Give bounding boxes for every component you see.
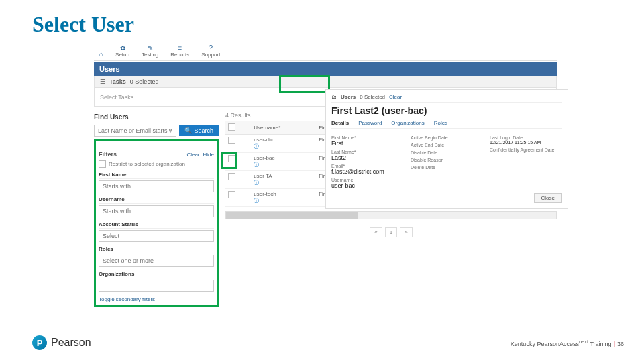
- row-checkbox[interactable]: [228, 191, 235, 198]
- users-bar: Users: [94, 62, 557, 76]
- username-label: Username: [99, 196, 214, 204]
- row-checkbox[interactable]: [228, 155, 235, 162]
- pager-prev[interactable]: «: [370, 227, 382, 237]
- orgs-input[interactable]: [99, 280, 214, 292]
- nav-item[interactable]: ?Support: [201, 44, 220, 58]
- nav-icon: ✎: [142, 44, 158, 52]
- nav-icon: ≡: [170, 44, 189, 52]
- ov-clear-link[interactable]: Clear: [389, 94, 402, 100]
- user-detail-panel: 🗂 Users 0 Selected Clear First Last2 (us…: [326, 90, 568, 208]
- col-header[interactable]: [225, 121, 251, 135]
- tasks-bar: ☰ Tasks 0 Selected: [94, 76, 557, 88]
- field-value: f.last2@district.com: [331, 168, 404, 175]
- tab-organizations[interactable]: Organizations: [391, 120, 424, 126]
- pager: « 1 »: [225, 227, 557, 237]
- tab-roles[interactable]: Roles: [434, 120, 447, 126]
- tasks-label: Tasks: [109, 78, 126, 85]
- pager-page[interactable]: 1: [385, 227, 397, 237]
- close-button[interactable]: Close: [534, 193, 562, 203]
- field-label: First Name*: [331, 135, 404, 140]
- ov-title: First Last2 (user-bac): [331, 105, 562, 116]
- nav-icon: ⌂: [99, 50, 103, 58]
- field-value: user-bac: [331, 182, 404, 189]
- highlight-filters: Filters Clear Hide Restrict to selected …: [94, 139, 219, 307]
- ov-selected-count: 0 Selected: [360, 94, 385, 100]
- info-icon[interactable]: ⓘ: [254, 162, 259, 168]
- info-icon[interactable]: ⓘ: [254, 143, 259, 149]
- select-all-checkbox[interactable]: [228, 123, 235, 131]
- info-icon[interactable]: ⓘ: [254, 180, 259, 186]
- nav-item[interactable]: ⌂: [99, 50, 103, 58]
- slide-footer: P Pearson Kentucky PearsonAccessnext Tra…: [32, 335, 624, 350]
- tasks-selected-count: 0 Selected: [130, 78, 159, 85]
- roles-label: Roles: [99, 246, 214, 253]
- toggle-secondary-link[interactable]: Toggle secondary filters: [99, 296, 155, 302]
- find-users-heading: Find Users: [94, 113, 219, 121]
- horizontal-scrollbar[interactable]: [225, 211, 557, 219]
- top-nav: ⌂✿Setup✎Testing≡Reports?Support: [94, 42, 557, 61]
- nav-icon: ?: [201, 44, 220, 52]
- field-label: Disable Date: [411, 150, 483, 155]
- field-label: Username: [331, 178, 404, 182]
- field-value: 12/21/2017 11:25:15 AM: [490, 140, 562, 145]
- field-value: Last2: [331, 154, 404, 161]
- app-screenshot: ⌂✿Setup✎Testing≡Reports?Support Users ☰ …: [94, 42, 557, 307]
- accountstatus-select[interactable]: [99, 230, 214, 242]
- pager-next[interactable]: »: [400, 227, 412, 237]
- ov-users-label: Users: [341, 94, 356, 100]
- pearson-logo-icon: P: [32, 335, 47, 350]
- accountstatus-label: Account Status: [99, 221, 214, 229]
- row-checkbox[interactable]: [228, 173, 235, 180]
- firstname-label: First Name: [99, 172, 214, 179]
- filters-clear-link[interactable]: Clear: [186, 152, 199, 158]
- ov-tabs: DetailsPasswordOrganizationsRoles: [331, 120, 562, 129]
- tab-details[interactable]: Details: [331, 120, 349, 126]
- field-label: Last Name*: [331, 149, 404, 154]
- restrict-checkbox[interactable]: [99, 160, 106, 168]
- slide-title: Select User: [32, 12, 134, 37]
- search-icon: 🔍: [184, 127, 192, 134]
- restrict-label: Restrict to selected organization: [109, 161, 185, 167]
- roles-select[interactable]: [99, 255, 214, 267]
- field-label: Active End Date: [411, 143, 483, 147]
- pearson-logo-text: Pearson: [51, 337, 91, 349]
- field-label: Email*: [331, 164, 404, 168]
- filters-hide-link[interactable]: Hide: [203, 152, 214, 158]
- nav-item[interactable]: ≡Reports: [170, 44, 189, 58]
- nav-item[interactable]: ✿Setup: [115, 44, 129, 58]
- search-button[interactable]: 🔍Search: [179, 125, 219, 136]
- field-label: Active Begin Date: [411, 135, 483, 140]
- field-label: Disable Reason: [411, 158, 483, 162]
- nav-icon: ✿: [115, 44, 129, 52]
- field-label: Confidentiality Agreement Date: [490, 147, 562, 152]
- ov-users-icon: 🗂: [331, 94, 337, 100]
- filters-heading: Filters: [99, 151, 117, 158]
- info-icon[interactable]: ⓘ: [254, 198, 259, 204]
- col-header[interactable]: Username*: [251, 121, 316, 135]
- pearson-logo: P Pearson: [32, 335, 91, 350]
- field-value: First: [331, 140, 404, 147]
- field-label: Delete Date: [411, 165, 483, 170]
- tasks-icon: ☰: [100, 78, 105, 85]
- nav-item[interactable]: ✎Testing: [142, 44, 158, 58]
- firstname-input[interactable]: [99, 180, 214, 192]
- tab-password[interactable]: Password: [358, 120, 382, 126]
- search-input[interactable]: [94, 125, 176, 137]
- row-checkbox[interactable]: [228, 137, 235, 144]
- footer-text: Kentucky PearsonAccessnext Training|36: [511, 339, 624, 347]
- username-input[interactable]: [99, 205, 214, 217]
- field-label: Last Login Date: [490, 135, 562, 140]
- orgs-label: Organizations: [99, 271, 214, 278]
